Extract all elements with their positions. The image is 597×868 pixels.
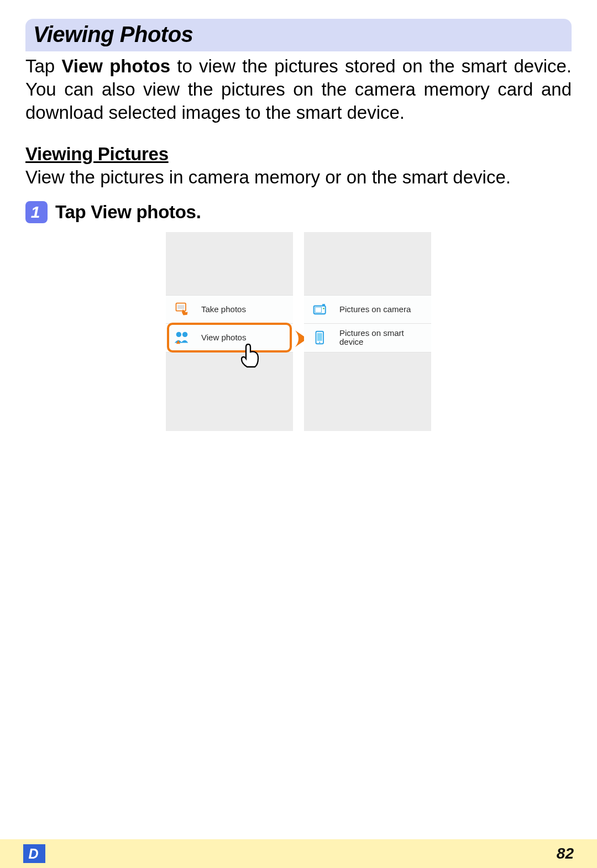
svg-rect-6	[322, 304, 325, 306]
step-bold: View photos	[91, 202, 196, 222]
menu-item-take-photos[interactable]: Take photos	[166, 295, 293, 324]
menu-item-pictures-on-camera[interactable]: Pictures on camera	[304, 295, 431, 324]
camera-hand-icon	[174, 301, 190, 318]
intro-paragraph: Tap View photos to view the pictures sto…	[25, 51, 572, 125]
section-letter-badge: D	[23, 844, 45, 863]
screenshots: Take photos View photos	[25, 232, 572, 431]
svg-point-7	[323, 308, 324, 309]
people-icon	[174, 329, 190, 346]
subsection-desc: View the pictures in camera memory or on…	[25, 166, 572, 189]
svg-rect-5	[315, 307, 321, 313]
menu-label: Pictures on smart device	[339, 329, 417, 347]
svg-rect-1	[177, 305, 184, 309]
camera-device-icon	[312, 301, 328, 318]
screen-view-photos-menu: Pictures on camera Pictures on smart dev…	[304, 232, 431, 431]
intro-prefix: Tap	[25, 56, 61, 76]
page-number: 82	[557, 845, 574, 862]
smart-device-icon	[312, 329, 328, 346]
step-number-badge: 1	[25, 201, 48, 223]
step-1: 1 Tap View photos.	[25, 201, 572, 223]
menu-label: Take photos	[201, 305, 246, 314]
menu-item-pictures-on-smart-device[interactable]: Pictures on smart device	[304, 324, 431, 353]
subsection-title: Viewing Pictures	[25, 144, 572, 165]
menu-label: View photos	[201, 333, 246, 343]
screen-main-menu: Take photos View photos	[166, 232, 293, 431]
menu-item-view-photos[interactable]: View photos	[166, 324, 293, 353]
svg-rect-9	[317, 333, 322, 341]
section-title: Viewing Photos	[25, 19, 572, 51]
step-prefix: Tap	[55, 202, 91, 222]
menu-label: Pictures on camera	[339, 305, 411, 314]
svg-point-2	[176, 332, 181, 337]
step-suffix: .	[196, 202, 201, 222]
page-footer: D 82	[0, 839, 597, 868]
intro-bold: View photos	[61, 56, 170, 76]
svg-point-10	[319, 342, 320, 343]
svg-point-3	[182, 332, 187, 337]
step-text: Tap View photos.	[55, 202, 201, 223]
